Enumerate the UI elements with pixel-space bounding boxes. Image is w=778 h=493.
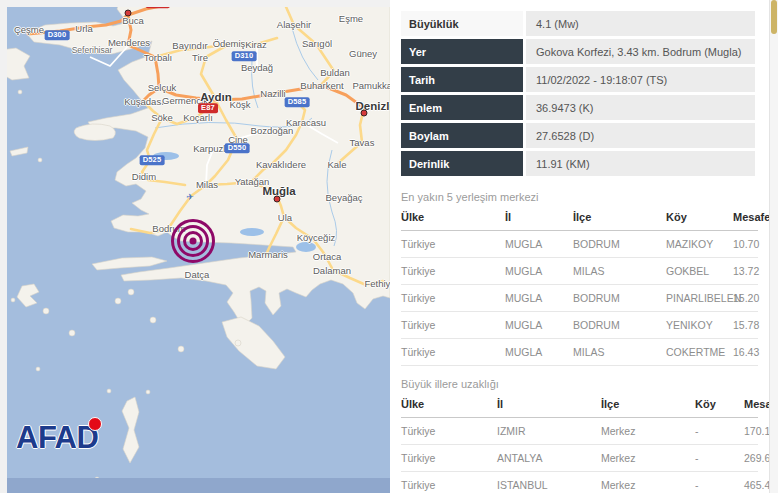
earthquake-data-panel: Büyüklük 4.1 (Mw) Yer Gokova Korfezi, 3.… (390, 0, 778, 493)
detail-value: Gokova Korfezi, 3.43 km. Bodrum (Mugla) (526, 39, 755, 64)
cell: Türkiye (401, 231, 505, 258)
map-label-ortaca: Ortaca (313, 251, 342, 262)
cell: Türkiye (401, 312, 505, 339)
road-badge-d310: D310 (232, 51, 257, 61)
map-label-sarigol: Sarıgöl (302, 38, 332, 49)
column-header: Köy (695, 392, 744, 418)
city-marker-buca (125, 10, 132, 17)
cell: BODRUM (573, 285, 666, 312)
map-label-cesme: Çeşme (14, 24, 44, 35)
earthquake-detail-table: Büyüklük 4.1 (Mw) Yer Gokova Korfezi, 3.… (398, 8, 758, 179)
map-label-esme: Eşme (339, 13, 363, 24)
map-label-guney: Güney (349, 48, 377, 59)
cell: Merkez (601, 472, 695, 493)
cell: Türkiye (401, 339, 505, 366)
column-header: İlçe (601, 392, 695, 418)
map-label-nazilli: Nazilli (260, 88, 285, 99)
column-header: İlçe (573, 205, 666, 231)
map-label-koycegiz: Köyceğiz (297, 232, 336, 243)
map-label-selcuk: Selçuk (148, 82, 177, 93)
detail-value: 11/02/2022 - 19:18:07 (TS) (526, 67, 755, 92)
cell: BODRUM (573, 231, 666, 258)
map-label-fethiye: Fethiye (364, 278, 390, 289)
cell: YENIKOY (666, 312, 733, 339)
detail-label: Boylam (401, 123, 523, 148)
map-bottom-strip (0, 478, 390, 493)
map-label-datca: Datça (185, 269, 210, 280)
airport-icon: ✈ (186, 192, 194, 202)
cell: 16.43 (733, 339, 758, 366)
cell: 15.78 (733, 312, 758, 339)
column-header: Köy (666, 205, 733, 231)
map-label-buharkent: Buharkent (300, 80, 343, 91)
cell: MILAS (573, 258, 666, 285)
map-label-menderes: Menderes (108, 37, 150, 48)
detail-label: Enlem (401, 95, 523, 120)
map-label-buldan: Buldan (320, 67, 350, 78)
road-badge-d300: D300 (45, 30, 70, 40)
column-header: Mesafe (733, 205, 758, 231)
cell: Türkiye (401, 258, 505, 285)
scrollbar-thumb[interactable] (771, 0, 777, 34)
map-label-buca: Buca (122, 15, 144, 26)
table-header-row: Ülke İl İlçe Köy Mesafe (401, 205, 758, 231)
detail-label: Büyüklük (401, 11, 523, 36)
map-label-aydin: Aydın (200, 91, 232, 103)
cell: 269.64 (744, 445, 758, 472)
table-row: Türkiye MUGLA BODRUM PINARLIBELEN 15.20 (401, 285, 758, 312)
cell: COKERTME (666, 339, 733, 366)
column-header: Ülke (401, 392, 497, 418)
earthquake-detail-page: İzmir Çeşme Urla Buca Menderes Seferihis… (0, 0, 778, 493)
cell: Türkiye (401, 418, 497, 445)
table-row: Türkiye IZMIR Merkez - 170.14 (401, 418, 758, 445)
cell: MUGLA (505, 312, 573, 339)
cell: - (695, 445, 744, 472)
city-marker-mugla (274, 196, 281, 203)
road-badge-d585: D585 (285, 97, 310, 107)
cell: 170.14 (744, 418, 758, 445)
map-label-marmaris: Marmaris (248, 249, 288, 260)
detail-value: 36.9473 (K) (526, 95, 755, 120)
cell: IZMIR (497, 418, 601, 445)
column-header: İl (505, 205, 573, 231)
cell: MILAS (573, 339, 666, 366)
cell: 13.72 (733, 258, 758, 285)
detail-value: 4.1 (Mw) (526, 11, 755, 36)
table-row: Türkiye MUGLA MILAS COKERTME 16.43 (401, 339, 758, 366)
cell: GOKBEL (666, 258, 733, 285)
map-label-ula: Ula (278, 212, 292, 223)
cell: BODRUM (573, 312, 666, 339)
cell: 465.48 (744, 472, 758, 493)
map-label-beydag: Beydağ (241, 62, 273, 73)
page-scrollbar[interactable] (769, 0, 778, 493)
table-row: Türkiye ANTALYA Merkez - 269.64 (401, 445, 758, 472)
table-row: Boylam 27.6528 (D) (401, 123, 755, 148)
cell: MUGLA (505, 285, 573, 312)
map[interactable]: İzmir Çeşme Urla Buca Menderes Seferihis… (0, 0, 390, 493)
cell: ISTANBUL (497, 472, 601, 493)
cell: MAZIKOY (666, 231, 733, 258)
detail-label: Tarih (401, 67, 523, 92)
cell: MUGLA (505, 339, 573, 366)
cell: - (695, 418, 744, 445)
cell: 15.20 (733, 285, 758, 312)
cell: MUGLA (505, 258, 573, 285)
table-row: Tarih 11/02/2022 - 19:18:07 (TS) (401, 67, 755, 92)
map-label-tavas: Tavas (350, 137, 375, 148)
column-header: Ülke (401, 205, 505, 231)
city-marker-denizli (361, 110, 368, 117)
map-label-odemis: Ödemiş (213, 38, 246, 49)
map-label-bayindir: Bayındır (172, 40, 207, 51)
table-row: Türkiye MUGLA MILAS GOKBEL 13.72 (401, 258, 758, 285)
map-label-torbali: Torbalı (144, 52, 173, 63)
major-cities-table: Ülke İl İlçe Köy Mesafe Türkiye IZMIR Me… (401, 392, 758, 493)
afad-logo: AFAD (16, 420, 98, 456)
nearest-settlements-table: Ülke İl İlçe Köy Mesafe Türkiye MUGLA BO… (401, 205, 758, 366)
table-row: Derinlik 11.91 (KM) (401, 151, 755, 176)
map-label-didim: Didim (132, 171, 156, 182)
table-row: Yer Gokova Korfezi, 3.43 km. Bodrum (Mug… (401, 39, 755, 64)
map-label-kusadasi: Kuşadası (124, 96, 164, 107)
detail-label: Yer (401, 39, 523, 64)
table-row: Enlem 36.9473 (K) (401, 95, 755, 120)
cell: Merkez (601, 445, 695, 472)
